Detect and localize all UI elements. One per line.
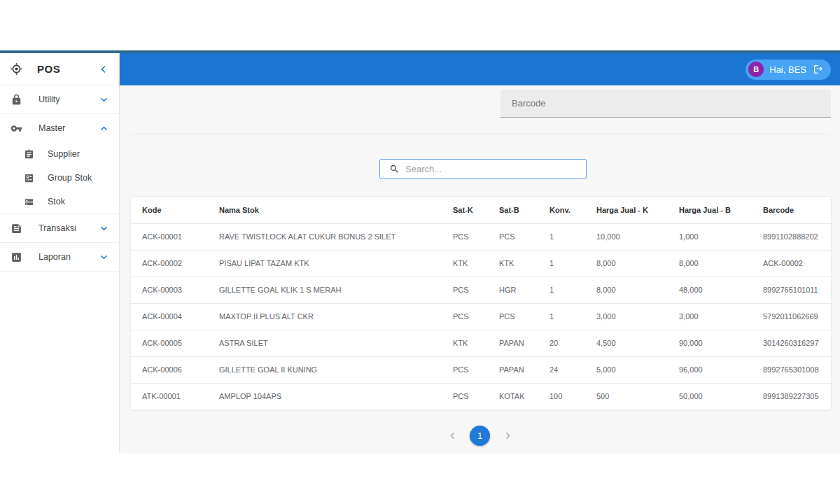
sidebar-item-laporan[interactable]: Laporan bbox=[0, 243, 119, 271]
column-header: Sat-K bbox=[442, 197, 488, 223]
table-cell: PISAU LIPAT TAZAM KTK bbox=[208, 250, 442, 276]
barcode-field-wrap bbox=[500, 90, 831, 118]
table-cell: 8,000 bbox=[585, 276, 668, 303]
user-greeting: Hai, BES bbox=[769, 64, 806, 75]
table-row[interactable]: ACK-00002PISAU LIPAT TAZAM KTKKTKKTK18,0… bbox=[131, 250, 831, 276]
barcode-input[interactable] bbox=[500, 90, 831, 118]
table-cell: 20 bbox=[538, 330, 585, 356]
table-header-row: KodeNama StokSat-KSat-BKonv.Harga Jual -… bbox=[131, 197, 831, 223]
table-cell: 48,000 bbox=[668, 276, 752, 303]
table-cell: 5,000 bbox=[585, 356, 668, 383]
table-cell: ACK-00006 bbox=[131, 356, 208, 383]
divider bbox=[132, 134, 828, 134]
sidebar-item-label: Utility bbox=[38, 94, 100, 104]
logout-icon[interactable] bbox=[813, 64, 824, 75]
sidebar-item-group-stok[interactable]: Group Stok bbox=[0, 166, 119, 190]
table-cell: AMPLOP 104APS bbox=[208, 383, 442, 410]
previous-page-button[interactable] bbox=[446, 430, 458, 442]
column-header: Barcode bbox=[752, 197, 831, 223]
divider bbox=[0, 271, 119, 272]
table-cell: ACK-00005 bbox=[131, 330, 208, 356]
table-cell: 8991102888202 bbox=[752, 223, 831, 250]
table-cell: PAPAN bbox=[488, 356, 538, 383]
table-cell: 8,000 bbox=[585, 250, 668, 276]
sidebar: POS Utility Master Supplier Group Stok S… bbox=[0, 53, 120, 454]
column-header: Harga Jual - B bbox=[668, 197, 752, 223]
table-cell: 90,000 bbox=[668, 330, 752, 356]
table-cell: 8,000 bbox=[668, 250, 752, 276]
page: POS Utility Master Supplier Group Stok S… bbox=[0, 0, 840, 504]
table-cell: 96,000 bbox=[668, 356, 752, 383]
search-box bbox=[379, 159, 587, 179]
table-cell: PCS bbox=[442, 356, 488, 383]
sidebar-item-stok[interactable]: Stok bbox=[0, 190, 119, 214]
column-header: Sat-B bbox=[488, 197, 538, 223]
column-header: Kode bbox=[131, 197, 208, 223]
table-row[interactable]: ACK-00001RAVE TWISTLOCK ALAT CUKUR BONUS… bbox=[131, 223, 831, 250]
sidebar-item-label: Supplier bbox=[48, 149, 119, 159]
page-number-button[interactable]: 1 bbox=[470, 426, 490, 446]
table-cell: ATK-00001 bbox=[131, 383, 208, 410]
table-cell: 1 bbox=[538, 250, 585, 276]
column-header: Konv. bbox=[538, 197, 585, 223]
column-header: Nama Stok bbox=[208, 197, 442, 223]
table-cell: ACK-00001 bbox=[131, 223, 208, 250]
table-cell: 100 bbox=[538, 383, 585, 410]
sidebar-item-transaksi[interactable]: Transaksi bbox=[0, 214, 119, 242]
stock-table: KodeNama StokSat-KSat-BKonv.Harga Jual -… bbox=[131, 197, 831, 410]
table-row[interactable]: ATK-00001AMPLOP 104APSPCSKOTAK10050050,0… bbox=[131, 383, 831, 410]
table-cell: 50,000 bbox=[668, 383, 752, 410]
table-cell: RAVE TWISTLOCK ALAT CUKUR BONUS 2 SILET bbox=[208, 223, 442, 250]
table-row[interactable]: ACK-00003GILLETTE GOAL KLIK 1 S MERAHPCS… bbox=[131, 276, 831, 303]
table-cell: 3,000 bbox=[668, 303, 752, 330]
search-icon bbox=[389, 164, 400, 174]
target-icon bbox=[10, 62, 23, 76]
table-row[interactable]: ACK-00005ASTRA SILETKTKPAPAN204,50090,00… bbox=[131, 330, 831, 356]
chevron-down-icon bbox=[100, 253, 108, 261]
main-content: KodeNama StokSat-KSat-BKonv.Harga Jual -… bbox=[120, 85, 840, 454]
table-cell: PCS bbox=[442, 303, 488, 330]
table-cell: PAPAN bbox=[488, 330, 538, 356]
sidebar-item-label: Stok bbox=[48, 197, 119, 206]
table-cell: HGR bbox=[488, 276, 538, 303]
column-header: Harga Jual - K bbox=[585, 197, 668, 223]
brand-title: POS bbox=[37, 63, 99, 75]
key-icon bbox=[10, 122, 22, 134]
table-cell: 3014260316297 bbox=[752, 330, 831, 356]
ballot-icon bbox=[23, 172, 34, 183]
chevron-up-icon bbox=[100, 125, 108, 132]
table-row[interactable]: ACK-00004MAXTOP II PLUS ALT CKRPCSPCS13,… bbox=[131, 303, 831, 330]
table-cell: KTK bbox=[442, 330, 488, 356]
sidebar-collapse-button[interactable] bbox=[99, 65, 108, 74]
table-cell: 8992765301008 bbox=[752, 356, 831, 383]
table-cell: GILLETTE GOAL II KUNING bbox=[208, 356, 442, 383]
table-cell: KTK bbox=[488, 250, 538, 276]
table-cell: MAXTOP II PLUS ALT CKR bbox=[208, 303, 442, 330]
table-cell: ACK-00003 bbox=[131, 276, 208, 303]
table-cell: PCS bbox=[442, 223, 488, 250]
chevron-down-icon bbox=[100, 96, 108, 104]
table-cell: ACK-00002 bbox=[131, 250, 208, 276]
table-cell: 4,500 bbox=[585, 330, 668, 356]
sidebar-item-master[interactable]: Master bbox=[0, 114, 119, 142]
table-cell: ASTRA SILET bbox=[208, 330, 442, 356]
table-cell: 8991389227305 bbox=[752, 383, 831, 410]
table-cell: GILLETTE GOAL KLIK 1 S MERAH bbox=[208, 276, 442, 303]
table-body: ACK-00001RAVE TWISTLOCK ALAT CUKUR BONUS… bbox=[131, 223, 831, 410]
sidebar-item-utility[interactable]: Utility bbox=[0, 85, 119, 113]
search-input[interactable] bbox=[405, 164, 586, 174]
table-cell: 1 bbox=[538, 223, 585, 250]
avatar: B bbox=[748, 62, 764, 77]
user-badge[interactable]: B Hai, BES bbox=[746, 59, 831, 80]
table-cell: PCS bbox=[488, 223, 538, 250]
receipt-icon bbox=[10, 222, 22, 234]
sidebar-item-supplier[interactable]: Supplier bbox=[0, 142, 119, 166]
table-cell: PCS bbox=[488, 303, 538, 330]
stock-table-card: KodeNama StokSat-KSat-BKonv.Harga Jual -… bbox=[130, 196, 832, 410]
table-cell: 1 bbox=[538, 276, 585, 303]
table-row[interactable]: ACK-00006GILLETTE GOAL II KUNINGPCSPAPAN… bbox=[131, 356, 831, 383]
table-cell: 8992765101011 bbox=[752, 276, 831, 303]
table-cell: ACK-00004 bbox=[131, 303, 208, 330]
next-page-button[interactable] bbox=[501, 430, 514, 442]
table-cell: KOTAK bbox=[488, 383, 538, 410]
